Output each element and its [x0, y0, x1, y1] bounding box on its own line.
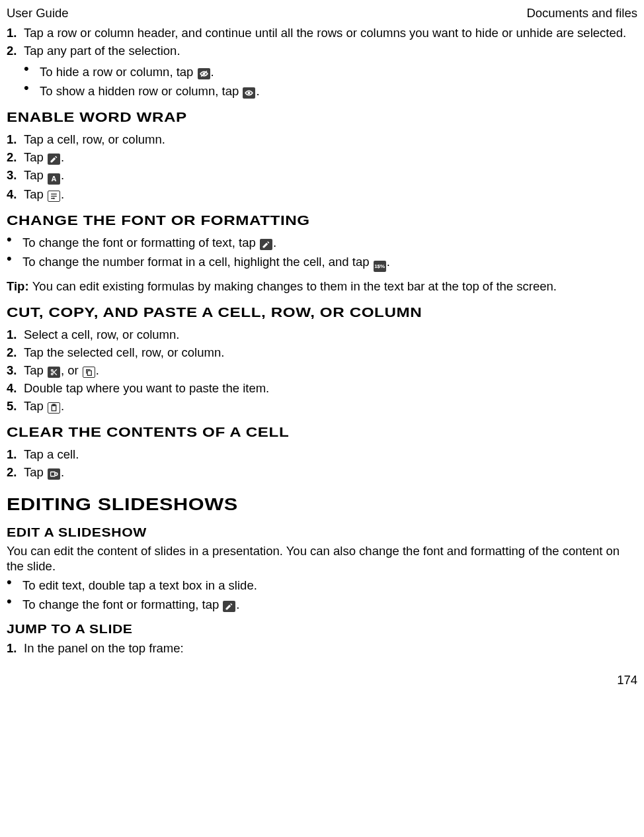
slideshow-bullets: •To edit text, double tap a text box in …: [7, 578, 637, 613]
word-wrap-steps: 1.Tap a cell, row, or column. 2.Tap . 3.…: [7, 132, 637, 202]
svg-rect-11: [53, 404, 55, 406]
list-item: •To change the font or formatting of tex…: [7, 235, 637, 251]
list-item: • To hide a row or column, tap .: [24, 64, 637, 80]
list-item: 1.In the panel on the top frame:: [7, 640, 637, 656]
copy-icon: [83, 367, 95, 378]
list-item: 5.Tap .: [7, 398, 637, 414]
list-item: 4.Tap .: [7, 187, 637, 202]
list-item: 1. Tap a row or column header, and conti…: [7, 25, 637, 41]
header-left: User Guide: [7, 5, 69, 21]
list-item: 3.Tap A.: [7, 167, 637, 185]
list-item: 1.Select a cell, row, or column.: [7, 327, 637, 343]
heading-editing-slideshows: Editing slideshows: [7, 494, 644, 516]
header-right: Documents and files: [526, 5, 637, 21]
list-item: 2. Tap any part of the selection.: [7, 43, 637, 59]
heading-clear-contents: Clear the contents of a cell: [7, 423, 644, 441]
svg-point-2: [249, 92, 251, 94]
list-item: 1.Tap a cell, row, or column.: [7, 132, 637, 148]
cut-icon: [48, 367, 60, 378]
list-item: 4.Double tap where you want to paste the…: [7, 380, 637, 396]
show-icon: [243, 87, 255, 99]
heading-font-formatting: Change the font or formatting: [7, 212, 644, 230]
cut-copy-paste-steps: 1.Select a cell, row, or column. 2.Tap t…: [7, 327, 637, 414]
list-item: 1.Tap a cell.: [7, 447, 637, 463]
hide-icon: [198, 68, 210, 79]
list-item: • To show a hidden row or column, tap .: [24, 83, 637, 99]
clear-icon: [48, 468, 60, 480]
edit-icon: [48, 154, 60, 165]
list-item: 2.Tap .: [7, 464, 637, 480]
heading-word-wrap: Enable word wrap: [7, 109, 644, 126]
edit-icon: [260, 239, 272, 250]
heading-cut-copy-paste: Cut, copy, and paste a cell, row, or col…: [7, 304, 644, 322]
jump-to-slide-steps: 1.In the panel on the top frame:: [7, 640, 637, 656]
font-formatting-bullets: •To change the font or formatting of tex…: [7, 235, 637, 273]
svg-point-6: [51, 369, 53, 371]
list-item: 2.Tap .: [7, 150, 637, 165]
list-item: •To change the font or formatting, tap .: [7, 597, 637, 613]
list-item: 2.Tap the selected cell, row, or column.: [7, 345, 637, 361]
list-item: 3.Tap , or .: [7, 363, 637, 378]
page-header: User Guide Documents and files: [7, 5, 637, 21]
list-item: •To change the number format in a cell, …: [7, 254, 637, 273]
svg-point-5: [51, 373, 53, 375]
hide-unhide-bullets: • To hide a row or column, tap . • To sh…: [7, 64, 637, 99]
edit-icon: [223, 601, 235, 612]
hide-unhide-steps: 1. Tap a row or column header, and conti…: [7, 25, 637, 59]
slideshow-intro: You can edit the content of slides in a …: [7, 543, 637, 574]
page-number: 174: [7, 672, 637, 688]
list-item: •To edit text, double tap a text box in …: [7, 578, 637, 594]
paste-icon: [48, 402, 60, 414]
clear-contents-steps: 1.Tap a cell. 2.Tap .: [7, 447, 637, 480]
font-a-icon: A: [48, 173, 60, 185]
svg-rect-9: [87, 371, 91, 375]
heading-edit-a-slideshow: Edit a slideshow: [7, 525, 644, 541]
heading-jump-to-slide: Jump to a slide: [7, 622, 644, 637]
formula-tip: Tip: You can edit existing formulas by m…: [7, 279, 637, 294]
number-format-icon: 1$%: [374, 261, 386, 272]
wrap-icon: [48, 191, 60, 202]
